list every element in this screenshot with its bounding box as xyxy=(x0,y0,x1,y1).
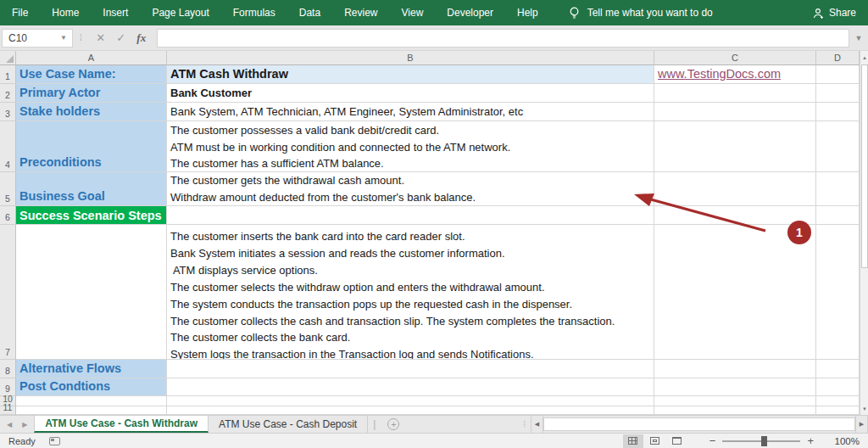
cell-a10[interactable] xyxy=(16,396,167,406)
cell-b3[interactable]: Bank System, ATM Technician, ATM Enginee… xyxy=(167,103,654,121)
vertical-scrollbar-thumb[interactable] xyxy=(861,64,868,268)
column-header-a[interactable]: A xyxy=(16,51,167,65)
cell-c11[interactable] xyxy=(654,406,816,415)
tab-insert[interactable]: Insert xyxy=(91,0,140,25)
tab-page-layout[interactable]: Page Layout xyxy=(140,0,220,25)
cell-b1[interactable]: ATM Cash Withdraw xyxy=(167,65,654,84)
cell-c9[interactable] xyxy=(654,378,816,396)
scrollbar-grip[interactable]: ⁞ xyxy=(518,416,531,433)
sheet-nav-left-icon[interactable]: ◀ xyxy=(7,421,12,428)
page-layout-view-button[interactable] xyxy=(645,434,665,448)
cell-d8[interactable] xyxy=(816,360,860,378)
scroll-left-icon[interactable]: ◀ xyxy=(531,416,543,433)
cell-b11[interactable] xyxy=(167,406,654,415)
cell-c5[interactable] xyxy=(654,172,816,206)
row-header-2[interactable]: 2 xyxy=(0,84,16,103)
horizontal-scrollbar-thumb[interactable] xyxy=(543,417,855,431)
insert-function-icon[interactable]: fx xyxy=(131,31,152,45)
cell-d2[interactable] xyxy=(816,84,860,103)
scroll-down-icon[interactable]: ▼ xyxy=(860,402,868,415)
column-header-d[interactable]: D xyxy=(816,51,860,65)
tell-me-box[interactable]: Tell me what you want to do xyxy=(569,7,713,20)
cell-d11[interactable] xyxy=(816,406,860,415)
cell-b8[interactable] xyxy=(167,360,654,378)
name-box[interactable]: C10 ▼ xyxy=(2,29,73,48)
normal-view-button[interactable] xyxy=(623,434,643,448)
sheet-tab-cash-withdraw[interactable]: ATM Use Case - Cash Withdraw xyxy=(34,416,209,433)
cell-b2[interactable]: Bank Customer xyxy=(167,84,654,103)
cell-c2[interactable] xyxy=(654,84,816,103)
cell-a7[interactable] xyxy=(16,225,167,360)
cell-a5[interactable]: Business Goal xyxy=(16,172,167,206)
page-break-view-button[interactable] xyxy=(667,434,687,448)
tab-formulas[interactable]: Formulas xyxy=(221,0,287,25)
cell-a9[interactable]: Post Condtions xyxy=(16,378,167,396)
cell-d4[interactable] xyxy=(816,121,860,172)
cancel-icon[interactable]: ✕ xyxy=(91,31,111,44)
cell-b9[interactable] xyxy=(167,378,654,396)
zoom-in-button[interactable]: + xyxy=(800,434,821,447)
row-header-5[interactable]: 5 xyxy=(0,172,16,206)
column-header-b[interactable]: B xyxy=(167,51,654,65)
cell-a8[interactable]: Alternative Flows xyxy=(16,360,167,378)
cell-d6[interactable] xyxy=(816,206,860,225)
cell-a4[interactable]: Preconditions xyxy=(16,121,167,172)
cell-a1[interactable]: Use Case Name: xyxy=(16,65,167,84)
zoom-out-button[interactable]: − xyxy=(703,434,723,447)
cell-b4[interactable]: The customer possesses a valid bank debi… xyxy=(167,121,654,172)
sheet-nav-right-icon[interactable]: ▶ xyxy=(22,421,27,428)
row-header-4[interactable]: 4 xyxy=(0,121,16,172)
row-header-8[interactable]: 8 xyxy=(0,360,16,378)
vertical-scrollbar[interactable]: ▲ ▼ xyxy=(860,51,868,415)
new-sheet-button[interactable]: + xyxy=(381,416,406,433)
macro-record-icon[interactable] xyxy=(49,437,60,445)
sheet-tab-cash-deposit[interactable]: ATM Use Case - Cash Deposit xyxy=(209,416,368,433)
cell-a2[interactable]: Primary Actor xyxy=(16,84,167,103)
tab-view[interactable]: View xyxy=(390,0,436,25)
cell-d1[interactable] xyxy=(816,65,860,84)
testingdocs-link[interactable]: www.TestingDocs.com xyxy=(658,67,781,81)
row-header-1[interactable]: 1 xyxy=(0,65,16,84)
cell-d9[interactable] xyxy=(816,378,860,396)
cell-b6[interactable] xyxy=(167,206,654,225)
cell-b7[interactable]: The customer inserts the bank card into … xyxy=(167,225,654,360)
cell-d3[interactable] xyxy=(816,103,860,121)
cell-c1[interactable]: www.TestingDocs.com xyxy=(654,65,816,84)
column-header-c[interactable]: C xyxy=(654,51,816,65)
row-header-7[interactable]: 7 xyxy=(0,225,16,360)
tab-home[interactable]: Home xyxy=(40,0,91,25)
name-box-dropdown-icon[interactable]: ▼ xyxy=(60,34,67,42)
formula-input[interactable] xyxy=(157,29,849,48)
scroll-right-icon[interactable]: ▶ xyxy=(855,416,868,433)
row-header-11[interactable]: 11 xyxy=(0,406,16,415)
tab-review[interactable]: Review xyxy=(332,0,389,25)
cell-b10[interactable] xyxy=(167,396,654,406)
share-button[interactable]: Share xyxy=(813,0,856,25)
cell-c4[interactable] xyxy=(654,121,816,172)
tab-file[interactable]: File xyxy=(0,0,40,25)
row-header-3[interactable]: 3 xyxy=(0,103,16,121)
cell-d10[interactable] xyxy=(816,396,860,406)
zoom-percentage[interactable]: 100% xyxy=(831,436,860,446)
cell-b5[interactable]: The customer gets the withdrawal cash am… xyxy=(167,172,654,206)
enter-icon[interactable]: ✓ xyxy=(111,31,131,44)
cell-a3[interactable]: Stake holders xyxy=(16,103,167,121)
zoom-slider-handle[interactable] xyxy=(761,436,767,446)
expand-formula-bar-icon[interactable]: ▼ xyxy=(849,34,868,42)
row-header-6[interactable]: 6 xyxy=(0,206,16,225)
cell-c10[interactable] xyxy=(654,396,816,406)
ribbon-menus: File Home Insert Page Layout Formulas Da… xyxy=(0,0,550,25)
cell-c7[interactable] xyxy=(654,225,816,360)
select-all-button[interactable] xyxy=(0,51,16,65)
cell-a11[interactable] xyxy=(16,406,167,415)
tab-developer[interactable]: Developer xyxy=(435,0,505,25)
zoom-slider[interactable] xyxy=(722,440,800,442)
tab-data[interactable]: Data xyxy=(287,0,332,25)
scroll-up-icon[interactable]: ▲ xyxy=(860,51,868,64)
cell-a6[interactable]: Success Scenario Steps xyxy=(16,206,167,225)
cell-c8[interactable] xyxy=(654,360,816,378)
cell-d5[interactable] xyxy=(816,172,860,206)
tab-help[interactable]: Help xyxy=(505,0,550,25)
cell-d7[interactable] xyxy=(816,225,860,360)
cell-c3[interactable] xyxy=(654,103,816,121)
